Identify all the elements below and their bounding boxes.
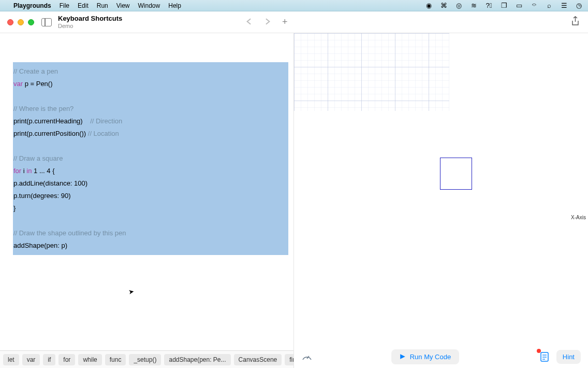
mouse-cursor-icon: ➤	[128, 287, 135, 296]
snippet-var[interactable]: var	[22, 354, 40, 365]
code-text: p.addLine(distance: 100)	[13, 179, 87, 187]
snippet-for[interactable]: for	[58, 354, 75, 365]
canvas-grid	[294, 33, 449, 111]
code-text: 1 ... 4 {	[32, 167, 54, 175]
code-text: p.turn(degrees: 90)	[13, 192, 71, 200]
code-line: // Create a pen	[13, 67, 58, 75]
speed-icon[interactable]	[301, 351, 313, 362]
code-comment: // Location	[88, 130, 119, 137]
snippet-if[interactable]: if	[43, 354, 55, 365]
results-icon[interactable]	[538, 350, 551, 363]
snippet-bar: let var if for while func _setup() addSh…	[0, 350, 293, 368]
zoom-button[interactable]	[28, 19, 34, 25]
run-label: Run My Code	[410, 353, 451, 361]
status-search-icon[interactable]: ⌕	[545, 2, 553, 9]
snippet-findu[interactable]: findU	[285, 354, 293, 365]
status-wave-icon[interactable]: ≋	[470, 2, 478, 9]
status-circle-icon[interactable]: ◎	[455, 2, 463, 9]
code-line: // Where is the pen?	[13, 105, 74, 112]
status-wifi-icon[interactable]: ⌔	[530, 2, 538, 9]
share-icon[interactable]	[571, 16, 580, 29]
macos-menubar: Playgrounds File Edit Run View Window He…	[0, 0, 588, 11]
menu-view[interactable]: View	[116, 2, 130, 9]
x-axis-label: X-Axis	[571, 215, 586, 220]
document-title: Keyboard Shortcuts Demo	[58, 15, 122, 29]
code-editor-pane: // Create a pen var p = Pen() // Where i…	[0, 33, 293, 368]
snippet-setup[interactable]: _setup()	[129, 354, 161, 365]
title-text: Keyboard Shortcuts	[58, 15, 122, 22]
menu-window[interactable]: Window	[138, 2, 160, 9]
code-keyword: in	[26, 167, 32, 175]
status-display-icon[interactable]: ❐	[500, 2, 508, 9]
window-toolbar: Keyboard Shortcuts Demo +	[0, 11, 588, 33]
hint-button[interactable]: Hint	[556, 350, 581, 364]
code-text: i	[21, 167, 26, 175]
snippet-func[interactable]: func	[105, 354, 126, 365]
code-text: print(p.currentPosition())	[13, 130, 88, 137]
snippet-addshape[interactable]: addShape(pen: Pe...	[164, 354, 230, 365]
menu-app[interactable]: Playgrounds	[13, 2, 51, 9]
sidebar-toggle-icon[interactable]	[41, 18, 52, 26]
code-keyword: var	[13, 80, 23, 88]
menu-run[interactable]: Run	[97, 2, 108, 9]
live-view-pane: X-Axis Run My Code Hint	[293, 33, 588, 368]
status-keyboard-icon[interactable]: ⌘	[440, 2, 448, 9]
status-record-icon[interactable]: ◉	[425, 2, 433, 9]
subtitle-text: Demo	[58, 23, 122, 29]
live-view-toolbar: Run My Code Hint	[294, 345, 588, 368]
svg-rect-1	[294, 33, 449, 111]
code-text: }	[13, 204, 16, 212]
status-clock-icon[interactable]: ◷	[575, 2, 583, 9]
status-control-icon[interactable]: ☰	[560, 2, 568, 9]
drawn-square	[440, 158, 472, 190]
code-text: p = Pen()	[23, 80, 52, 88]
snippet-canvasscene[interactable]: CanvasScene	[234, 354, 282, 365]
code-text: print(p.currentHeading)	[13, 117, 90, 125]
snippet-while[interactable]: while	[78, 354, 101, 365]
notification-dot-icon	[537, 349, 541, 353]
nav-forward-icon[interactable]	[264, 18, 271, 27]
menu-file[interactable]: File	[60, 2, 69, 9]
code-editor[interactable]: // Create a pen var p = Pen() // Where i…	[0, 33, 293, 350]
status-battery-icon[interactable]: ▭	[515, 2, 523, 9]
menu-help[interactable]: Help	[168, 2, 181, 9]
traffic-lights	[7, 19, 34, 25]
minimize-button[interactable]	[18, 19, 24, 25]
code-comment: // Direction	[90, 117, 122, 125]
status-help-icon[interactable]: ?⃝	[485, 2, 493, 9]
add-button[interactable]: +	[282, 17, 288, 27]
close-button[interactable]	[7, 19, 13, 25]
nav-back-icon[interactable]	[246, 18, 253, 27]
menu-edit[interactable]: Edit	[78, 2, 89, 9]
code-line: // Draw a square	[13, 154, 63, 162]
code-text: addShape(pen: p)	[13, 242, 67, 249]
run-my-code-button[interactable]: Run My Code	[391, 349, 459, 364]
snippet-let[interactable]: let	[3, 354, 19, 365]
code-line: // Draw the shape outlined by this pen	[13, 229, 126, 237]
code-keyword: for	[13, 167, 21, 175]
